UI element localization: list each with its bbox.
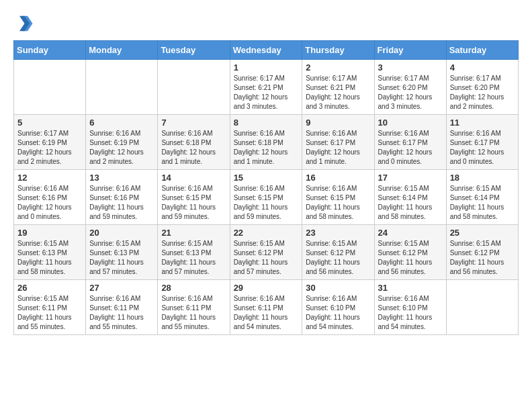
calendar-cell: 9Sunrise: 6:16 AM Sunset: 6:17 PM Daylig… (302, 115, 374, 170)
day-number: 8 (234, 118, 299, 128)
calendar-cell: 2Sunrise: 6:17 AM Sunset: 6:21 PM Daylig… (302, 60, 374, 115)
calendar-cell: 6Sunrise: 6:16 AM Sunset: 6:19 PM Daylig… (86, 115, 158, 170)
day-info: Sunrise: 6:15 AM Sunset: 6:12 PM Dayligh… (234, 239, 299, 277)
calendar-cell: 29Sunrise: 6:16 AM Sunset: 6:11 PM Dayli… (230, 280, 302, 335)
day-info: Sunrise: 6:16 AM Sunset: 6:15 PM Dayligh… (161, 184, 226, 222)
calendar-week: 12Sunrise: 6:16 AM Sunset: 6:16 PM Dayli… (14, 170, 519, 225)
day-number: 19 (17, 228, 82, 238)
day-info: Sunrise: 6:15 AM Sunset: 6:14 PM Dayligh… (378, 184, 443, 222)
day-number: 28 (161, 283, 226, 293)
day-info: Sunrise: 6:15 AM Sunset: 6:13 PM Dayligh… (161, 239, 226, 277)
day-number: 13 (89, 173, 154, 183)
day-number: 23 (306, 228, 370, 238)
weekday-header: Saturday (446, 41, 518, 60)
day-number: 26 (17, 283, 82, 293)
day-info: Sunrise: 6:17 AM Sunset: 6:20 PM Dayligh… (450, 74, 515, 111)
calendar-cell: 8Sunrise: 6:16 AM Sunset: 6:18 PM Daylig… (230, 115, 302, 170)
weekday-header-row: SundayMondayTuesdayWednesdayThursdayFrid… (14, 41, 519, 60)
day-info: Sunrise: 6:15 AM Sunset: 6:12 PM Dayligh… (450, 239, 515, 277)
calendar-cell: 18Sunrise: 6:15 AM Sunset: 6:14 PM Dayli… (446, 170, 518, 225)
day-info: Sunrise: 6:16 AM Sunset: 6:15 PM Dayligh… (306, 184, 370, 222)
day-number: 15 (234, 173, 299, 183)
day-number: 11 (450, 118, 515, 128)
day-info: Sunrise: 6:17 AM Sunset: 6:21 PM Dayligh… (234, 74, 299, 111)
weekday-header: Sunday (14, 41, 86, 60)
calendar-cell: 7Sunrise: 6:16 AM Sunset: 6:18 PM Daylig… (158, 115, 230, 170)
calendar-cell: 5Sunrise: 6:17 AM Sunset: 6:19 PM Daylig… (14, 115, 86, 170)
day-number: 29 (234, 283, 299, 293)
calendar-cell (14, 60, 86, 115)
calendar-cell (86, 60, 158, 115)
day-info: Sunrise: 6:16 AM Sunset: 6:11 PM Dayligh… (89, 294, 154, 332)
calendar-cell: 1Sunrise: 6:17 AM Sunset: 6:21 PM Daylig… (230, 60, 302, 115)
calendar-cell: 12Sunrise: 6:16 AM Sunset: 6:16 PM Dayli… (14, 170, 86, 225)
calendar-cell: 13Sunrise: 6:16 AM Sunset: 6:16 PM Dayli… (86, 170, 158, 225)
day-info: Sunrise: 6:16 AM Sunset: 6:17 PM Dayligh… (306, 129, 370, 167)
calendar-cell: 25Sunrise: 6:15 AM Sunset: 6:12 PM Dayli… (446, 225, 518, 280)
calendar-cell: 26Sunrise: 6:15 AM Sunset: 6:11 PM Dayli… (14, 280, 86, 335)
day-number: 5 (17, 118, 82, 128)
day-info: Sunrise: 6:15 AM Sunset: 6:12 PM Dayligh… (378, 239, 443, 277)
day-info: Sunrise: 6:16 AM Sunset: 6:16 PM Dayligh… (89, 184, 154, 222)
calendar-cell: 17Sunrise: 6:15 AM Sunset: 6:14 PM Dayli… (374, 170, 446, 225)
calendar-cell: 24Sunrise: 6:15 AM Sunset: 6:12 PM Dayli… (374, 225, 446, 280)
day-info: Sunrise: 6:16 AM Sunset: 6:17 PM Dayligh… (450, 129, 515, 167)
day-info: Sunrise: 6:16 AM Sunset: 6:18 PM Dayligh… (234, 129, 299, 167)
weekday-header: Monday (86, 41, 158, 60)
day-info: Sunrise: 6:15 AM Sunset: 6:14 PM Dayligh… (450, 184, 515, 222)
day-number: 14 (161, 173, 226, 183)
day-info: Sunrise: 6:16 AM Sunset: 6:11 PM Dayligh… (234, 294, 299, 332)
day-number: 7 (161, 118, 226, 128)
calendar-cell: 27Sunrise: 6:16 AM Sunset: 6:11 PM Dayli… (86, 280, 158, 335)
calendar-cell: 11Sunrise: 6:16 AM Sunset: 6:17 PM Dayli… (446, 115, 518, 170)
calendar-week: 5Sunrise: 6:17 AM Sunset: 6:19 PM Daylig… (14, 115, 519, 170)
day-number: 12 (17, 173, 82, 183)
calendar-cell: 14Sunrise: 6:16 AM Sunset: 6:15 PM Dayli… (158, 170, 230, 225)
calendar-cell: 19Sunrise: 6:15 AM Sunset: 6:13 PM Dayli… (14, 225, 86, 280)
calendar-cell: 22Sunrise: 6:15 AM Sunset: 6:12 PM Dayli… (230, 225, 302, 280)
day-number: 16 (306, 173, 370, 183)
day-number: 25 (450, 228, 515, 238)
day-number: 27 (89, 283, 154, 293)
day-number: 31 (378, 283, 443, 293)
calendar-week: 19Sunrise: 6:15 AM Sunset: 6:13 PM Dayli… (14, 225, 519, 280)
day-number: 21 (161, 228, 226, 238)
day-number: 9 (306, 118, 370, 128)
day-info: Sunrise: 6:16 AM Sunset: 6:10 PM Dayligh… (306, 294, 370, 332)
day-number: 2 (306, 62, 370, 73)
calendar: SundayMondayTuesdayWednesdayThursdayFrid… (13, 40, 519, 335)
day-info: Sunrise: 6:16 AM Sunset: 6:19 PM Dayligh… (89, 129, 154, 167)
day-info: Sunrise: 6:16 AM Sunset: 6:18 PM Dayligh… (161, 129, 226, 167)
day-number: 6 (89, 118, 154, 128)
day-info: Sunrise: 6:17 AM Sunset: 6:20 PM Dayligh… (378, 74, 443, 111)
logo-icon (13, 13, 34, 34)
day-info: Sunrise: 6:15 AM Sunset: 6:12 PM Dayligh… (306, 239, 370, 277)
calendar-week: 26Sunrise: 6:15 AM Sunset: 6:11 PM Dayli… (14, 280, 519, 335)
day-info: Sunrise: 6:16 AM Sunset: 6:16 PM Dayligh… (17, 184, 82, 222)
day-info: Sunrise: 6:15 AM Sunset: 6:11 PM Dayligh… (17, 294, 82, 332)
calendar-cell: 28Sunrise: 6:16 AM Sunset: 6:11 PM Dayli… (158, 280, 230, 335)
calendar-cell: 31Sunrise: 6:16 AM Sunset: 6:10 PM Dayli… (374, 280, 446, 335)
logo (13, 13, 36, 34)
day-info: Sunrise: 6:15 AM Sunset: 6:13 PM Dayligh… (89, 239, 154, 277)
day-number: 18 (450, 173, 515, 183)
day-info: Sunrise: 6:16 AM Sunset: 6:17 PM Dayligh… (378, 129, 443, 167)
day-info: Sunrise: 6:17 AM Sunset: 6:21 PM Dayligh… (306, 74, 370, 111)
day-number: 17 (378, 173, 443, 183)
day-info: Sunrise: 6:16 AM Sunset: 6:10 PM Dayligh… (378, 294, 443, 332)
calendar-cell: 30Sunrise: 6:16 AM Sunset: 6:10 PM Dayli… (302, 280, 374, 335)
calendar-week: 1Sunrise: 6:17 AM Sunset: 6:21 PM Daylig… (14, 60, 519, 115)
weekday-header: Wednesday (230, 41, 302, 60)
calendar-cell: 10Sunrise: 6:16 AM Sunset: 6:17 PM Dayli… (374, 115, 446, 170)
day-number: 1 (234, 62, 299, 73)
day-info: Sunrise: 6:16 AM Sunset: 6:15 PM Dayligh… (234, 184, 299, 222)
day-number: 3 (378, 62, 443, 73)
calendar-cell (446, 280, 518, 335)
calendar-cell (158, 60, 230, 115)
day-info: Sunrise: 6:16 AM Sunset: 6:11 PM Dayligh… (161, 294, 226, 332)
day-number: 4 (450, 62, 515, 73)
calendar-cell: 4Sunrise: 6:17 AM Sunset: 6:20 PM Daylig… (446, 60, 518, 115)
calendar-cell: 20Sunrise: 6:15 AM Sunset: 6:13 PM Dayli… (86, 225, 158, 280)
calendar-body: 1Sunrise: 6:17 AM Sunset: 6:21 PM Daylig… (14, 60, 519, 335)
weekday-header: Tuesday (158, 41, 230, 60)
